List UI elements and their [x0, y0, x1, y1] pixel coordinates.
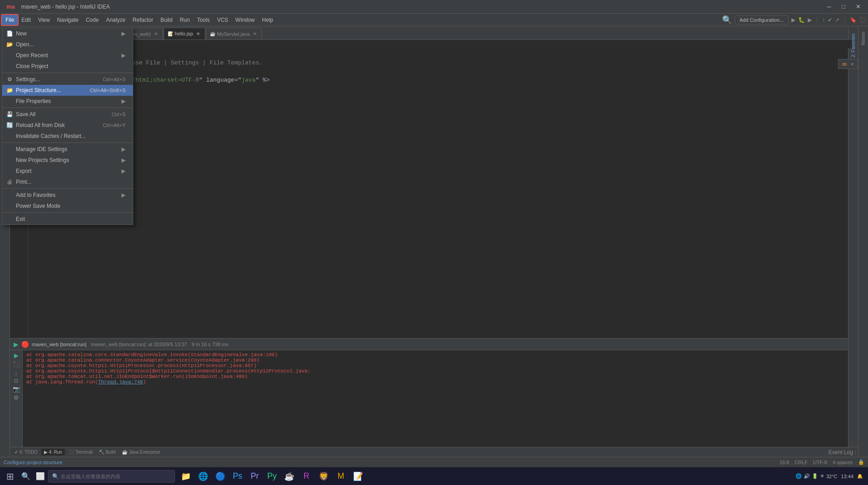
run-panel-content: ▶ ⬛ ↓ ⊡ 📷 ⚙ at org.apache.catalina.core.…	[10, 350, 858, 447]
menu-add-favorites[interactable]: Add to Favorites ▶	[2, 190, 133, 201]
bottom-tab-build[interactable]: 🔨 Build	[96, 449, 118, 456]
menu-item-code[interactable]: Code	[82, 15, 102, 25]
taskbar-app-pycharm[interactable]: Py	[264, 468, 280, 485]
menu-open-recent[interactable]: Open Recent ▶	[2, 50, 133, 61]
taskbar-search-input[interactable]	[61, 474, 171, 479]
tab-pom-xml-close[interactable]: ✕	[153, 31, 159, 37]
taskbar-app-javabeans[interactable]: ☕	[281, 468, 297, 485]
menu-manage-ide[interactable]: Manage IDE Settings ▶	[2, 144, 133, 155]
configure-project-link[interactable]: Configure project structure	[4, 460, 63, 465]
run-sidebar: ▶ ⬛ ↓ ⊡ 📷 ⚙	[10, 350, 23, 447]
taskbar-app-intellij[interactable]: 🦁	[315, 468, 332, 485]
taskbar-app-sticky[interactable]: 📝	[350, 468, 366, 485]
vcs-update-icon[interactable]: ↑	[822, 17, 825, 23]
menu-item-file[interactable]: File 📄 New ▶ 📂 Open... Open Recent ▶ Clo…	[2, 15, 18, 25]
menu-item-view[interactable]: View	[34, 15, 53, 25]
menu-reload[interactable]: 🔄 Reload All from Disk Ctrl+Alt+Y	[2, 120, 133, 131]
maven-popup[interactable]: m ✕	[838, 59, 858, 69]
add-configuration-button[interactable]: Add Configuration...	[735, 15, 789, 24]
taskbar-view-btn[interactable]: ⬜	[34, 470, 47, 483]
run-play-icon[interactable]: ▶	[14, 341, 19, 348]
output-line-5: at org.apache.tomcat.util.net.JIoEndpoin…	[26, 374, 850, 379]
taskbar-notify[interactable]: 🔔	[857, 474, 863, 479]
debug-icon[interactable]: 🐛	[798, 17, 805, 23]
editor-tab-bar: ◀ ⚙ — 🌐 web.xml ✕ 📄 pom.xml (maven_web) …	[10, 26, 858, 40]
weather-icon: ☀	[820, 473, 824, 479]
start-button[interactable]: ⊞	[2, 468, 18, 485]
status-bar-right: 16:8 CRLF UTF-8 4 spaces 🔒	[780, 459, 864, 465]
menu-item-navigate[interactable]: Navigate	[53, 15, 82, 25]
vcs-commit-icon[interactable]: ✔	[828, 17, 832, 23]
terminal-toolbar-icon[interactable]: ⬛	[859, 17, 866, 23]
bookmarks-icon[interactable]: 🔖	[850, 17, 857, 23]
tab-hello-jsp-close[interactable]: ✕	[195, 30, 201, 37]
menu-item-edit[interactable]: Edit	[18, 15, 34, 25]
menu-item-tools[interactable]: Tools	[194, 15, 213, 25]
maven-label: m	[842, 61, 847, 67]
menu-project-structure[interactable]: 📁 Project Structure... Ctrl+Alt+Shift+S	[2, 85, 133, 96]
tab-myservlet-close[interactable]: ✕	[252, 31, 258, 37]
taskbar-app-photoshop[interactable]: Ps	[229, 468, 246, 485]
menu-item-run[interactable]: Run	[176, 15, 194, 25]
taskbar-app-premiere[interactable]: Pr	[247, 468, 263, 485]
maximize-button[interactable]: □	[837, 2, 850, 12]
taskbar-app-chrome[interactable]: 🔵	[212, 468, 228, 485]
menu-item-vcs[interactable]: VCS	[213, 15, 232, 25]
run-restart-icon[interactable]: ▶	[14, 352, 19, 359]
run-stop-icon[interactable]: ⬛	[13, 361, 20, 367]
menu-item-help[interactable]: Help	[258, 15, 277, 25]
menu-export[interactable]: Export ▶	[2, 166, 133, 176]
tab-hello-jsp[interactable]: 📝 hello.jsp ✕	[164, 28, 205, 39]
menu-print[interactable]: 🖨 Print...	[2, 176, 133, 187]
run-settings2-icon[interactable]: ⚙	[14, 394, 19, 401]
menu-new-projects[interactable]: New Projects Settings ▶	[2, 155, 133, 166]
menu-power-save[interactable]: Power Save Mode	[2, 201, 133, 211]
terminal-icon: ⬛	[68, 450, 74, 455]
maven-close-icon[interactable]: ✕	[850, 62, 854, 67]
run-filter-icon[interactable]: ⊡	[14, 378, 18, 384]
menu-item-analyze[interactable]: Analyze	[102, 15, 129, 25]
thread-link[interactable]: Thread.java:748	[98, 379, 143, 385]
menu-settings[interactable]: ⚙ Settings... Ctrl+Alt+S	[2, 74, 133, 85]
hello-jsp-icon: 📝	[168, 31, 173, 36]
menu-save-all[interactable]: 💾 Save All Ctrl+S	[2, 109, 133, 120]
menu-file-properties[interactable]: File Properties ▶	[2, 96, 133, 107]
menu-item-window[interactable]: Window	[232, 15, 258, 25]
menu-exit[interactable]: Exit	[2, 214, 133, 225]
taskbar-search-icon: 🔍	[21, 472, 30, 480]
separator-3	[2, 142, 133, 143]
taskbar-app-folder[interactable]: 📁	[178, 468, 194, 485]
run-panel: ▶ 🔴 maven_web [tomcat:run] maven_web [to…	[10, 338, 858, 447]
menu-new[interactable]: 📄 New ▶	[2, 28, 133, 39]
coverage-icon[interactable]: ▶	[808, 17, 812, 23]
event-log-link[interactable]: Event Log	[829, 449, 853, 456]
menu-invalidate[interactable]: Invalidate Caches / Restart...	[2, 131, 133, 142]
menu-item-refactor[interactable]: Refactor	[129, 15, 157, 25]
run-icon[interactable]: ▶	[791, 17, 795, 23]
run-camera-icon[interactable]: 📷	[13, 386, 20, 392]
minimize-button[interactable]: ─	[823, 2, 835, 12]
bottom-tab-todo[interactable]: ✔ 6: TODO	[12, 449, 40, 456]
menu-close-project[interactable]: Close Project	[2, 61, 133, 72]
run-scroll-icon[interactable]: ↓	[15, 369, 18, 376]
vcs-push-icon[interactable]: ↗	[835, 17, 839, 23]
taskbar-time: 13:44	[841, 474, 853, 479]
close-button[interactable]: ✕	[852, 2, 864, 12]
taskbar-app-ie[interactable]: 🌐	[195, 468, 211, 485]
battery-icon: 🔋	[812, 473, 818, 479]
menu-open[interactable]: 📂 Open...	[2, 39, 133, 50]
run-error-icon[interactable]: 🔴	[21, 341, 29, 348]
taskbar-view-icon: ⬜	[36, 472, 45, 480]
bottom-tab-java-enterprise[interactable]: ☕ Java Enterprise	[119, 449, 163, 456]
file-dropdown: 📄 New ▶ 📂 Open... Open Recent ▶ Close Pr…	[2, 28, 133, 225]
bottom-tab-run[interactable]: ▶ 4: Run	[41, 449, 65, 456]
taskbar-search-box[interactable]: 🔍	[48, 470, 175, 483]
run-output[interactable]: at org.apache.catalina.core.StandardEngi…	[23, 350, 853, 447]
bottom-tab-terminal[interactable]: ⬛ Terminal	[66, 449, 95, 456]
taskbar-app-matlab[interactable]: M	[333, 468, 349, 485]
menu-item-build[interactable]: Build	[157, 15, 176, 25]
taskbar-app-rider[interactable]: R	[298, 468, 315, 485]
sidebar-item-maven[interactable]: Maven	[858, 26, 868, 51]
taskbar-search-btn[interactable]: 🔍	[19, 470, 33, 483]
tab-myservlet[interactable]: ☕ MyServlet.java ✕	[206, 28, 262, 39]
